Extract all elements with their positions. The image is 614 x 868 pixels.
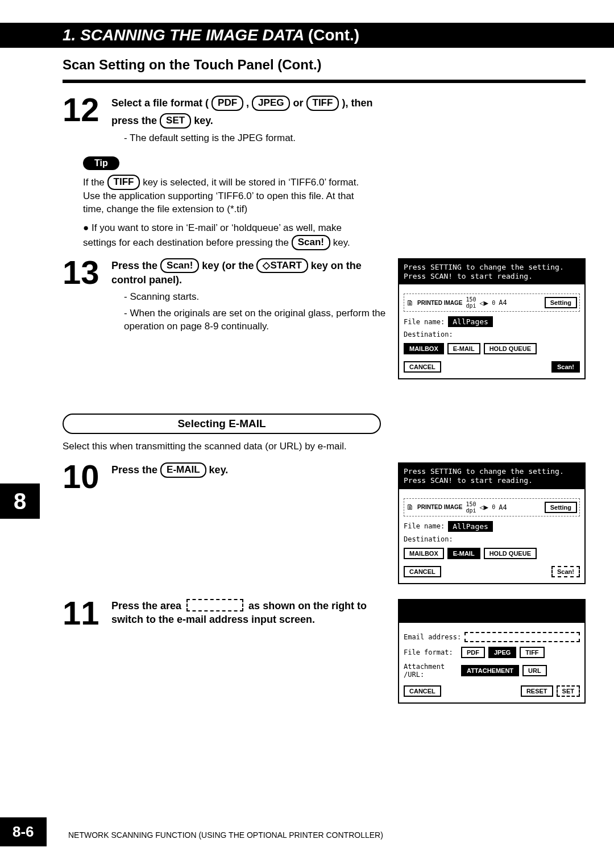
zero: 0 xyxy=(492,300,495,306)
jpeg-key: JPEG xyxy=(252,96,290,111)
email-key: E-MAIL xyxy=(160,462,206,478)
screen-header: Press SETTING to change the setting. Pre… xyxy=(399,259,584,285)
paper-size: A4 xyxy=(499,299,507,307)
step-number: 11 xyxy=(63,599,111,629)
cancel-button[interactable]: CANCEL xyxy=(404,566,441,577)
printed-label: PRINTED IMAGE xyxy=(417,300,462,306)
scan-key: Scan! xyxy=(292,235,330,250)
step13-bullet1: - Scanning starts. xyxy=(111,291,390,304)
text: Press the xyxy=(111,260,160,271)
touchpanel-screen-mailbox: Press SETTING to change the setting. Pre… xyxy=(398,258,586,380)
doc-icon: 🗎 xyxy=(406,299,414,307)
text: ), then xyxy=(342,97,372,109)
step-number: 13 xyxy=(63,258,111,336)
filename-label: File name: xyxy=(404,318,445,326)
scan-button-panel[interactable]: Scan! xyxy=(551,566,580,577)
text: press the xyxy=(111,115,160,126)
email-address-label: Email address: xyxy=(404,633,461,641)
pdf-button[interactable]: PDF xyxy=(461,647,485,658)
holdqueue-button[interactable]: HOLD QUEUE xyxy=(484,548,537,559)
step12-bullet: - The default setting is the JPEG format… xyxy=(111,132,586,145)
fileformat-label: File format: xyxy=(404,648,458,656)
setting-button[interactable]: Setting xyxy=(545,502,577,513)
step-10-row: 10 Press the E-MAIL key. Press SETTING t… xyxy=(0,462,614,584)
chapter-title: SCANNING THE IMAGE DATA xyxy=(80,26,304,44)
step13-bullet2: - When the originals are set on the orig… xyxy=(111,307,390,333)
scan-button-panel[interactable]: Scan! xyxy=(551,361,580,373)
screen-blank-header xyxy=(399,600,584,623)
filename-label: File name: xyxy=(404,522,445,530)
cancel-button[interactable]: CANCEL xyxy=(404,685,441,697)
chapter-tab: 8 xyxy=(0,483,40,519)
setting-button[interactable]: Setting xyxy=(545,297,577,308)
rule xyxy=(63,80,586,83)
chapter-num: 1. xyxy=(63,26,76,44)
text: Select a file format ( xyxy=(111,97,209,109)
touchpanel-screen-email: Press SETTING to change the setting. Pre… xyxy=(398,462,586,584)
text: key. xyxy=(333,237,350,248)
text: If the xyxy=(83,177,107,188)
holdqueue-button[interactable]: HOLD QUEUE xyxy=(484,343,537,354)
dashed-area-icon xyxy=(186,599,243,611)
step-body: Select a file format ( PDF , JPEG or TIF… xyxy=(111,96,586,147)
arrows-icon: ◁▶ xyxy=(480,299,489,307)
text: Press the area xyxy=(111,600,184,611)
tiff-key: TIFF xyxy=(107,175,140,190)
dpi-value: 150 dpi xyxy=(466,296,476,309)
section-desc: Select this when transmitting the scanne… xyxy=(63,441,614,452)
text: key. xyxy=(209,464,229,476)
dpi-value: 150 dpi xyxy=(466,501,476,514)
step-12: 12 Select a file format ( PDF , JPEG or … xyxy=(0,96,614,147)
text: key (or the xyxy=(202,260,256,271)
step-13-row: 13 Press the Scan! key (or the ◇START ke… xyxy=(0,258,614,380)
tip-body-2: If you want to store in ‘E-mail’ or ‘hol… xyxy=(83,222,373,250)
text: or xyxy=(293,97,306,109)
chapter-header: 1. SCANNING THE IMAGE DATA (Cont.) xyxy=(0,23,614,48)
pdf-key: PDF xyxy=(211,96,243,111)
tiff-key: TIFF xyxy=(306,96,339,111)
destination-label: Destination: xyxy=(404,535,580,543)
page-number: 8-6 xyxy=(0,817,47,846)
step-number: 10 xyxy=(63,462,111,490)
attachment-label: Attachment /URL: xyxy=(404,663,458,679)
scan-key: Scan! xyxy=(160,258,199,274)
text: key. xyxy=(194,115,213,126)
section-pill: Selecting E-MAIL xyxy=(63,414,381,434)
step-11-row: 11 Press the area as shown on the right … xyxy=(0,599,614,704)
filename-value[interactable]: AllPages xyxy=(448,316,493,327)
printed-label: PRINTED IMAGE xyxy=(417,504,462,510)
set-button[interactable]: SET xyxy=(557,685,580,697)
touchpanel-screen-email-input: Email address: File format: PDF JPEG TIF… xyxy=(398,599,586,704)
paper-size: A4 xyxy=(499,503,507,511)
zero: 0 xyxy=(492,504,495,510)
reset-button[interactable]: RESET xyxy=(521,685,553,697)
url-button[interactable]: URL xyxy=(522,665,547,676)
step-number: 12 xyxy=(63,96,111,123)
set-key: SET xyxy=(160,113,191,129)
chapter-cont: (Cont.) xyxy=(308,26,359,44)
doc-icon: 🗎 xyxy=(406,503,414,511)
jpeg-button[interactable]: JPEG xyxy=(488,647,516,658)
footer-text: NETWORK SCANNING FUNCTION (USING THE OPT… xyxy=(68,830,383,840)
email-button-selected[interactable]: E-MAIL xyxy=(447,548,480,559)
text: , xyxy=(246,97,252,109)
attachment-button[interactable]: ATTACHEMENT xyxy=(461,665,519,676)
start-key: ◇START xyxy=(256,258,308,274)
tip-body-1: If the TIFF key is selected, it will be … xyxy=(83,175,373,216)
email-button[interactable]: E-MAIL xyxy=(447,343,480,354)
cancel-button[interactable]: CANCEL xyxy=(404,361,441,373)
text: Press the xyxy=(111,464,160,476)
destination-label: Destination: xyxy=(404,330,580,338)
arrows-icon: ◁▶ xyxy=(480,503,489,511)
filename-value[interactable]: AllPages xyxy=(448,521,493,532)
section-subhead: Scan Setting on the Touch Panel (Cont.) xyxy=(0,48,614,76)
email-address-input[interactable] xyxy=(464,632,580,642)
tiff-button[interactable]: TIFF xyxy=(520,647,544,658)
tip-label: Tip xyxy=(83,156,119,170)
screen-header: Press SETTING to change the setting. Pre… xyxy=(399,464,584,489)
mailbox-button[interactable]: MAILBOX xyxy=(404,548,444,559)
mailbox-button[interactable]: MAILBOX xyxy=(404,343,444,354)
